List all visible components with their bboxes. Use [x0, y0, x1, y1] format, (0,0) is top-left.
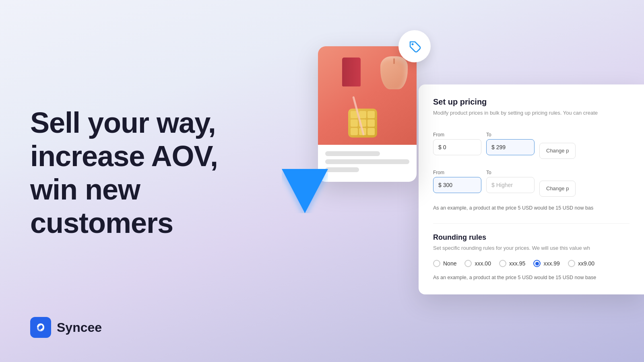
- product-card: [318, 46, 417, 182]
- svg-point-0: [412, 43, 414, 45]
- tag-icon-svg: [407, 39, 422, 54]
- product-image: [318, 46, 417, 145]
- blue-arrow-svg: [282, 169, 328, 213]
- hero-line-3: win new customers: [30, 173, 173, 239]
- candle-red: [342, 58, 361, 86]
- hero-heading: Sell your way, increase AOV, win new cus…: [30, 106, 280, 239]
- radio-circle-none[interactable]: [433, 260, 440, 267]
- from-group-1: From $ 0: [433, 132, 481, 155]
- logo-icon: [30, 317, 51, 338]
- blue-arrow-container: [282, 169, 328, 215]
- radio-label-xx900: xx9.00: [578, 260, 594, 267]
- hero-line-2: increase AOV,: [30, 140, 218, 172]
- divider: [433, 223, 630, 224]
- rounding-title: Rounding rules: [433, 233, 630, 242]
- change-group-1: x Change p: [539, 128, 576, 159]
- hero-line-1: Sell your way,: [30, 107, 216, 139]
- from-input-2[interactable]: $ 300: [433, 177, 481, 193]
- radio-group: None xxx.00 xxx.95 xxx.99 xx9.00: [433, 260, 630, 267]
- logo-container: Syncee: [30, 317, 102, 338]
- change-group-2: x Change p: [539, 166, 576, 197]
- hero-section: Sell your way, increase AOV, win new cus…: [30, 0, 280, 362]
- rounding-example: As an example, a product at the price 5 …: [433, 274, 630, 282]
- radio-circle-xxx00[interactable]: [464, 260, 472, 267]
- product-line-1: [325, 151, 380, 156]
- to-group-2: To $ Higher: [486, 170, 535, 193]
- product-info: [318, 145, 417, 182]
- product-line-2: [325, 159, 409, 164]
- radio-xxx95[interactable]: xxx.95: [499, 260, 525, 267]
- change-price-btn-2[interactable]: Change p: [539, 181, 576, 197]
- pricing-example: As an example, a product at the price 5 …: [433, 204, 630, 212]
- radio-circle-xxx99[interactable]: [533, 260, 541, 267]
- rounding-subtitle: Set specific rounding rules for your pri…: [433, 244, 630, 252]
- radio-xxx99[interactable]: xxx.99: [533, 260, 559, 267]
- pricing-row-2: From $ 300 To $ Higher x Change p: [433, 166, 630, 197]
- svg-marker-1: [282, 169, 328, 213]
- to-group-1: To $ 299: [486, 132, 535, 155]
- radio-label-none: None: [443, 260, 456, 267]
- rounding-section: Rounding rules Set specific rounding rul…: [433, 233, 630, 282]
- pricing-row-1: From $ 0 To $ 299 x Change p: [433, 128, 630, 159]
- logo-text: Syncee: [57, 320, 102, 335]
- panel-subtitle: Modify product prices in bulk by setting…: [433, 109, 630, 117]
- syncee-logo-svg: [35, 321, 47, 333]
- radio-none[interactable]: None: [433, 260, 456, 267]
- radio-circle-xxx95[interactable]: [499, 260, 506, 267]
- from-label-1: From: [433, 132, 481, 138]
- to-label-1: To: [486, 132, 535, 138]
- radio-xx900[interactable]: xx9.00: [568, 260, 594, 267]
- to-input-2[interactable]: $ Higher: [486, 177, 535, 193]
- change-price-btn-1[interactable]: Change p: [539, 143, 576, 159]
- radio-label-xxx00: xxx.00: [475, 260, 491, 267]
- from-label-2: From: [433, 170, 481, 175]
- pricing-panel: Set up pricing Modify product prices in …: [419, 84, 644, 294]
- from-input-1[interactable]: $ 0: [433, 139, 481, 155]
- radio-label-xxx95: xxx.95: [509, 260, 525, 267]
- radio-circle-xx900[interactable]: [568, 260, 575, 267]
- from-group-2: From $ 300: [433, 170, 481, 193]
- panel-title: Set up pricing: [433, 97, 630, 107]
- to-label-2: To: [486, 170, 535, 175]
- candle-pink: [380, 56, 408, 89]
- radio-label-xxx99: xxx.99: [543, 260, 559, 267]
- to-input-1[interactable]: $ 299: [486, 139, 535, 155]
- radio-xxx00[interactable]: xxx.00: [464, 260, 491, 267]
- product-line-3: [325, 167, 359, 172]
- tag-icon-circle: [398, 30, 431, 62]
